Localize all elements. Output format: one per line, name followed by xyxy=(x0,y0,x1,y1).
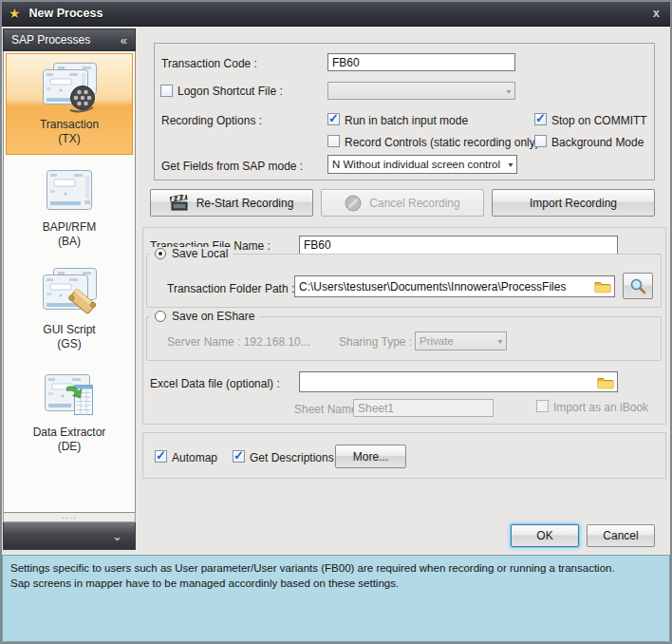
stop-on-commit-label: Stop on COMMITT xyxy=(551,114,647,127)
background-mode-checkbox[interactable] xyxy=(534,135,547,147)
more-button-label: More... xyxy=(353,450,388,464)
transaction-file-name-input[interactable] xyxy=(299,236,618,255)
sidebar-item-label: GUI Script xyxy=(43,323,95,337)
record-controls-label: Record Controls (static recording only) xyxy=(345,136,539,149)
sidebar-header: SAP Processes « xyxy=(3,28,136,51)
info-panel: Settings specific to users such as User … xyxy=(2,555,670,642)
excel-data-file-input[interactable] xyxy=(299,371,618,392)
get-fields-label: Get Fields from SAP mode : xyxy=(161,160,303,173)
window-title: New Process xyxy=(29,7,103,20)
sidebar-item-code: (DE) xyxy=(58,440,82,454)
restart-recording-button[interactable]: Re-Start Recording xyxy=(150,189,313,217)
sidebar-item-code: (GS) xyxy=(57,337,81,351)
import-ibook-checkbox xyxy=(536,400,549,412)
background-mode-label: Background Mode xyxy=(551,136,644,149)
logon-shortcut-label: Logon Shortcut File : xyxy=(177,85,283,98)
sidebar-item-gui-script[interactable]: GUI Script (GS) xyxy=(6,258,133,360)
excel-data-file-label: Excel Data file (optional) : xyxy=(150,377,280,390)
folder-path-label: Transaction Folder Path : xyxy=(167,282,294,295)
sidebar-header-label: SAP Processes xyxy=(11,33,90,47)
recording-options-label: Recording Options : xyxy=(161,114,262,127)
data-extractor-icon xyxy=(38,369,101,423)
sidebar-item-transaction[interactable]: Transaction (TX) xyxy=(6,53,133,155)
record-controls-checkbox[interactable] xyxy=(327,135,340,147)
ok-button[interactable]: OK xyxy=(511,524,579,547)
more-button[interactable]: More... xyxy=(335,445,406,468)
run-in-batch-label: Run in batch input mode xyxy=(345,114,468,127)
folder-icon[interactable] xyxy=(594,279,611,294)
info-line-1: Settings specific to users such as User … xyxy=(10,560,662,576)
automap-label: Automap xyxy=(172,451,217,464)
save-eshare-legend: Save on EShare xyxy=(150,310,259,323)
sharing-type-value: Private xyxy=(420,335,454,347)
sharing-type-dropdown: Private ▾ xyxy=(415,331,507,350)
get-descriptions-checkbox[interactable] xyxy=(233,450,245,463)
transaction-code-input[interactable] xyxy=(327,53,515,71)
run-in-batch-checkbox[interactable] xyxy=(327,113,340,125)
restart-recording-label: Re-Start Recording xyxy=(196,197,294,210)
sidebar-item-code: (BA) xyxy=(58,235,81,249)
save-local-legend: Save Local xyxy=(150,247,233,260)
stop-on-commit-checkbox[interactable] xyxy=(534,113,547,125)
sidebar-item-list: Transaction (TX) BAPI/RFM (BA) xyxy=(3,51,136,513)
save-eshare-label: Save on EShare xyxy=(172,310,254,323)
server-name-label: Server Name : 192.168.10... xyxy=(167,335,310,349)
save-local-radio[interactable] xyxy=(155,248,166,259)
dropdown-arrow-icon: ▾ xyxy=(507,86,512,95)
sidebar-item-label: Data Extractor xyxy=(33,426,106,440)
automap-checkbox[interactable] xyxy=(155,450,167,463)
cancel-button[interactable]: Cancel xyxy=(587,524,655,547)
cancel-recording-label: Cancel Recording xyxy=(369,197,459,210)
splitter-dots-icon: ···· xyxy=(62,515,77,521)
sidebar-item-label: BAPI/RFM xyxy=(43,220,97,235)
get-descriptions-label: Get Descriptions xyxy=(250,451,334,464)
cancel-button-label: Cancel xyxy=(603,529,638,542)
transaction-code-label: Transaction Code : xyxy=(161,57,257,70)
sidebar-item-bapi-rfm[interactable]: BAPI/RFM (BA) xyxy=(6,156,133,257)
star-icon: ★ xyxy=(9,6,21,21)
sidebar-bottom-bar[interactable]: ⌄ xyxy=(3,522,136,550)
info-line-2: Sap screens in mapper have to be managed… xyxy=(10,576,662,591)
folder-path-input[interactable] xyxy=(294,275,615,297)
cancel-recording-button: Cancel Recording xyxy=(321,189,484,217)
sidebar-item-label: Transaction xyxy=(40,118,99,132)
import-recording-button[interactable]: Import Recording xyxy=(492,189,655,217)
sharing-type-label: Sharing Type : xyxy=(339,335,412,349)
gui-script-icon xyxy=(38,267,101,320)
dropdown-arrow-icon: ▾ xyxy=(509,161,513,169)
logon-shortcut-checkbox[interactable] xyxy=(160,85,173,97)
sidebar-item-code: (TX) xyxy=(58,132,80,146)
sidebar: SAP Processes « Transaction (TX) xyxy=(3,28,136,550)
get-fields-value: N Without individual screen control xyxy=(332,159,500,170)
import-ibook-label: Import as an iBook xyxy=(553,401,648,414)
save-local-label: Save Local xyxy=(172,247,228,260)
close-icon[interactable]: x xyxy=(649,6,663,20)
clapperboard-icon xyxy=(170,195,189,212)
bapi-rfm-icon xyxy=(38,164,101,218)
sidebar-splitter[interactable]: ···· xyxy=(3,513,136,522)
logon-shortcut-dropdown: ▾ xyxy=(327,82,515,100)
dropdown-arrow-icon: ▾ xyxy=(498,337,503,346)
collapse-sidebar-icon[interactable]: « xyxy=(121,33,127,47)
ok-button-label: OK xyxy=(536,529,552,542)
cancel-record-icon xyxy=(345,195,362,212)
title-bar: ★ New Process x xyxy=(0,0,672,27)
transaction-icon xyxy=(38,62,101,115)
save-eshare-radio[interactable] xyxy=(155,311,166,322)
get-fields-dropdown[interactable]: N Without individual screen control ▾ xyxy=(327,155,517,174)
sheet-name-input xyxy=(353,399,494,417)
chevron-down-icon: ⌄ xyxy=(112,529,122,543)
magnifier-icon xyxy=(629,277,646,294)
browse-folder-button[interactable] xyxy=(623,273,653,299)
sidebar-item-data-extractor[interactable]: Data Extractor (DE) xyxy=(6,361,133,463)
import-recording-label: Import Recording xyxy=(530,197,617,210)
folder-icon[interactable] xyxy=(597,375,614,389)
